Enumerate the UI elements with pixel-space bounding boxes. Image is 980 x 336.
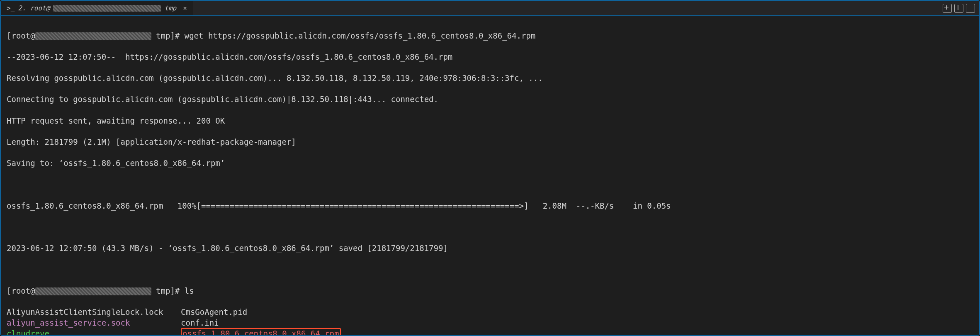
- blank-line: [7, 180, 973, 190]
- tab-bar-actions: [943, 4, 979, 13]
- maximize-icon[interactable]: [966, 4, 975, 13]
- wget-summary-line: 2023-06-12 12:07:50 (43.3 MB/s) - ‘ossfs…: [7, 243, 973, 254]
- wget-output-line: Length: 2181799 (2.1M) [application/x-re…: [7, 137, 973, 148]
- new-terminal-icon[interactable]: [943, 4, 952, 13]
- blank-line: [7, 222, 973, 233]
- prompt-path: tmp]#: [151, 31, 185, 40]
- ls-socket: aliyun_assist_service.sock: [7, 318, 173, 329]
- host-redacted: [35, 32, 151, 40]
- progress-bar: [=======================================…: [197, 201, 529, 210]
- tab-bar: >_ 2. root@tmp ×: [1, 1, 979, 16]
- terminal-window: >_ 2. root@tmp × [root@ tmp]# wget https…: [0, 0, 980, 336]
- split-terminal-icon[interactable]: [954, 4, 963, 13]
- progress-percent: 100%: [178, 201, 197, 210]
- blank-line: [7, 265, 973, 275]
- ls-command: ls: [185, 286, 194, 295]
- tab-host-redacted: [53, 5, 161, 12]
- progress-time: in 0.05s: [633, 201, 671, 210]
- ls-file: CmsGoAgent.pid: [181, 307, 973, 318]
- host-redacted: [35, 287, 151, 295]
- progress-size: 2.08M: [543, 201, 567, 210]
- terminal-tab[interactable]: >_ 2. root@tmp ×: [1, 1, 193, 15]
- highlighted-rpm: ossfs_1.80.6_centos8.0_x86_64.rpm: [181, 328, 341, 335]
- prompt-open: [root@: [7, 31, 35, 40]
- wget-command: wget https://gosspublic.alicdn.com/ossfs…: [185, 31, 535, 40]
- wget-output-line: Saving to: ‘ossfs_1.80.6_centos8.0_x86_6…: [7, 158, 973, 169]
- progress-speed: --.-KB/s: [576, 201, 614, 210]
- prompt-line-2: [root@ tmp]# ls: [7, 286, 973, 297]
- wget-output-line: HTTP request sent, awaiting response... …: [7, 116, 973, 127]
- wget-output-line: Connecting to gosspublic.alicdn.com (gos…: [7, 94, 973, 105]
- ls-output: AliyunAssistClientSingleLock.lock CmsGoA…: [7, 307, 973, 335]
- tab-title-prefix: 2. root@: [18, 4, 50, 12]
- wget-progress-line: ossfs_1.80.6_centos8.0_x86_64.rpm 100%[=…: [7, 201, 973, 212]
- ls-file: AliyunAssistClientSingleLock.lock: [7, 307, 173, 318]
- ls-rpm-highlighted: ossfs_1.80.6_centos8.0_x86_64.rpm: [181, 329, 973, 335]
- wget-output-line: --2023-06-12 12:07:50-- https://gosspubl…: [7, 52, 973, 63]
- prompt-open: [root@: [7, 286, 35, 295]
- tab-title-suffix: tmp: [164, 4, 176, 12]
- wget-output-line: Resolving gosspublic.alicdn.com (gosspub…: [7, 73, 973, 84]
- terminal-body[interactable]: [root@ tmp]# wget https://gosspublic.ali…: [1, 16, 979, 335]
- prompt-line-1: [root@ tmp]# wget https://gosspublic.ali…: [7, 31, 973, 41]
- close-icon[interactable]: ×: [183, 4, 187, 12]
- ls-executable: cloudreve: [7, 329, 173, 335]
- ls-file: conf.ini: [181, 318, 973, 329]
- prompt-path: tmp]#: [151, 286, 185, 295]
- progress-filename: ossfs_1.80.6_centos8.0_x86_64.rpm: [7, 201, 163, 210]
- terminal-icon: >_: [7, 4, 15, 12]
